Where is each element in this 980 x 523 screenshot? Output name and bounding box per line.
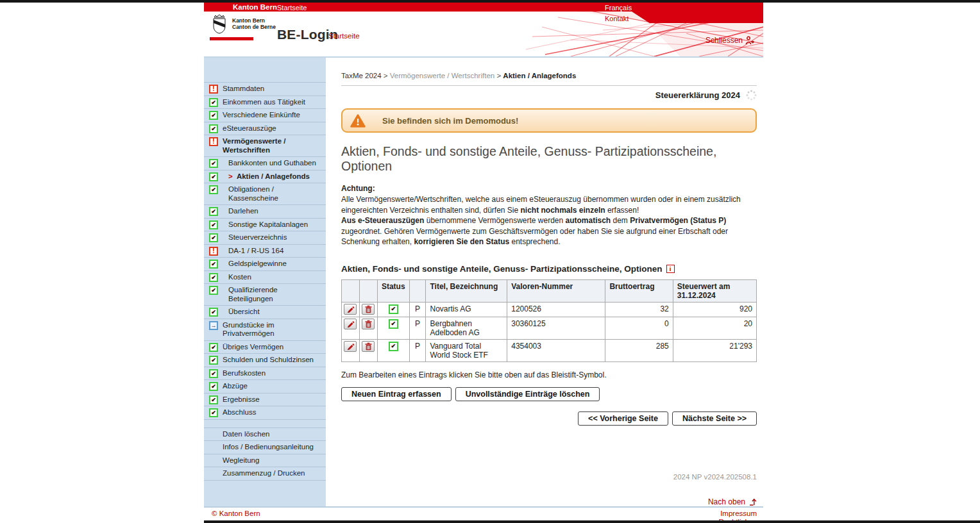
demo-banner-text: Sie befinden sich im Demomodus! [382,116,518,126]
sidebar-item-label: Zusammenzug / Drucken [223,469,305,477]
sidebar-item-übriges-vermögen[interactable]: ✔ Übriges Vermögen [204,340,326,354]
sidebar-item-esteuerauszüge[interactable]: ✔ eSteuerauszüge [204,122,326,135]
sidebar-item-kosten[interactable]: ✔ Kosten [204,270,326,284]
achtung-block: Achtung: Alle Vermögenswerte/Wertschrift… [341,184,757,247]
previous-page-button[interactable]: << Vorherige Seite [578,411,668,426]
sidebar-item-zusammenzug-drucken[interactable]: Zusammenzug / Drucken [204,467,326,480]
header-startseite-link[interactable]: Startseite [328,32,360,40]
check-icon: ✔ [209,369,218,378]
page-title: Aktien, Fonds- und sonstige Anteile, Gen… [341,144,757,174]
sidebar-item-qualifizierende-beteiligungen[interactable]: ✔ Qualifizierende Beteiligungen [204,283,326,305]
holdings-table: Status Titel, Bezeichnung Valoren-Nummer… [341,279,757,362]
delete-button[interactable] [362,341,375,352]
logo-red-underline [210,37,253,40]
impressum-link[interactable]: Impressum [719,510,757,519]
sidebar-item-stammdaten[interactable]: ! Stammdaten [204,82,326,95]
status-checkbox[interactable]: ✔ [389,342,398,351]
sidebar-item-verschiedene-einkünfte[interactable]: ✔ Verschiedene Einkünfte [204,108,326,122]
status-p-cell: P [409,317,426,339]
check-icon: ✔ [209,343,218,352]
sidebar-item-label: Obligationen / Kassenscheine [223,185,323,203]
table-header-row: Status Titel, Bezeichnung Valoren-Nummer… [342,279,757,302]
topbar-kanton-bern-link[interactable]: Kanton Bern [233,3,277,11]
sidebar-item-label: Qualifizierende Beteiligungen [223,286,323,303]
table-row: ✔ P Novartis AG 1200526 32 920 [342,302,757,317]
arrow-up-icon [748,497,757,506]
edit-button[interactable] [344,319,357,329]
check-icon: ✔ [209,395,218,404]
sidebar-item-sonstige-kapitalanlagen[interactable]: ✔ Sonstige Kapitalanlagen [204,218,326,231]
titel-cell: Vanguard Total World Stock ETF [426,339,507,361]
sidebar-item-obligationen-kassenscheine[interactable]: ✔ Obligationen / Kassenscheine [204,183,326,204]
language-francais-link[interactable]: Français [605,4,632,12]
achtung-label: Achtung: [341,184,757,193]
sidebar-item-steuerverzeichnis[interactable]: ✔ Steuerverzeichnis [204,231,326,244]
kontakt-link[interactable]: Kontakt [605,15,629,22]
sidebar-item-einkommen-aus-tätigkeit[interactable]: ✔ Einkommen aus Tätigkeit [204,95,326,109]
sidebar-item-daten-löschen[interactable]: Daten löschen [204,428,326,441]
next-page-button[interactable]: Nächste Seite >> [672,411,757,426]
sidebar-item-label: Berufskosten [223,369,266,377]
check-icon: ✔ [209,382,218,391]
sidebar-item-label: Geldspielgewinne [223,260,287,269]
logout-person-icon [745,36,754,45]
alert-icon: ! [209,247,218,256]
sidebar-bottom-nav: Daten löschen Infos / Bedienungsanleitun… [204,428,326,481]
breadcrumb-taxme[interactable]: TaxMe 2024 [341,72,382,79]
sidebar-item-da-1-r-us-164[interactable]: ! DA-1 / R-US 164 [204,244,326,258]
valoren-cell: 30360125 [507,317,605,339]
alert-icon: ! [209,85,218,94]
sidebar-item-infos-bedienungsanleitung[interactable]: Infos / Bedienungsanleitung [204,440,326,454]
sidebar-item-übersicht[interactable]: ✔ Übersicht [204,305,326,319]
spinner-icon [746,90,757,101]
sidebar-item-label: Abschluss [223,408,256,416]
sidebar-nav: ! Stammdaten ✔ Einkommen aus Tätigkeit ✔… [204,82,326,420]
sidebar-item-berufskosten[interactable]: ✔ Berufskosten [204,367,326,380]
status-checkbox[interactable]: ✔ [389,319,398,329]
schliessen-link[interactable]: Schliessen [705,36,754,45]
breadcrumb-vermoegenswerte[interactable]: Vermögenswerte / Wertschriften [390,72,494,79]
edit-button[interactable] [344,304,357,315]
col-p [409,279,426,302]
sidebar-item-schulden-und-schuldzinsen[interactable]: ✔ Schulden und Schuldzinsen [204,353,326,367]
delete-button[interactable] [362,304,375,315]
valoren-cell: 4354003 [507,339,605,361]
sidebar-item-label: eSteuerauszüge [223,124,276,132]
delete-incomplete-button[interactable]: Unvollständige Einträge löschen [455,387,600,401]
sidebar-item-geldspielgewinne[interactable]: ✔ Geldspielgewinne [204,257,326,270]
status-checkbox[interactable]: ✔ [389,304,398,314]
info-icon[interactable]: i [666,265,675,273]
sidebar-item-abzüge[interactable]: ✔ Abzüge [204,379,326,393]
status-p-cell: P [409,339,426,361]
version-text: 2024 NP v2024.202508.1 [341,473,757,481]
trash-icon [364,320,373,328]
sidebar: ! Stammdaten ✔ Einkommen aus Tätigkeit ✔… [204,58,326,506]
sidebar-item-label: Grundstücke im Privatvermögen [223,321,275,338]
check-icon: ✔ [209,286,218,295]
sidebar-item-label: Einkommen aus Tätigkeit [223,98,305,106]
check-icon: ✔ [209,172,218,181]
check-icon: ✔ [209,308,218,317]
sidebar-item-abschluss[interactable]: ✔ Abschluss [204,406,326,419]
tax-year-label: Steuererklärung 2024 [655,90,740,100]
sidebar-item-bankkonten-und-guthaben[interactable]: ✔ Bankkonten und Guthaben [204,156,326,170]
sidebar-item-ergebnisse[interactable]: ✔ Ergebnisse [204,393,326,406]
edit-button[interactable] [344,341,357,352]
nach-oben-link[interactable]: Nach oben [708,497,757,506]
topbar-startseite-link[interactable]: Startseite [277,4,307,12]
sidebar-item-wegleitung[interactable]: Wegleitung [204,454,326,467]
nach-oben-label: Nach oben [708,497,745,506]
red-wedge-decoration [632,12,763,23]
holdings-table-body: ✔ P Novartis AG 1200526 32 920 [342,302,757,361]
edit-hint-text: Zum Bearbeiten eines Eintrags klicken Si… [341,370,757,379]
section-title: Aktien, Fonds- und sonstige Anteile, Gen… [341,264,663,274]
titel-cell: Bergbahnen Adelboden AG [426,317,507,339]
sidebar-item-darlehen[interactable]: ✔ Darlehen [204,204,326,218]
sidebar-item-aktien-anlagefonds[interactable]: ✔ > Aktien / Anlagefonds [204,170,326,183]
sidebar-item-grundstücke-im-privatvermögen[interactable]: → Grundstücke im Privatvermögen [204,319,326,340]
col-edit [342,279,360,302]
delete-button[interactable] [362,319,375,329]
sidebar-item-vermögenswerte-wertschriften[interactable]: ! Vermögenswerte / Wertschriften [204,135,326,156]
col-valoren: Valoren-Nummer [507,279,605,302]
new-entry-button[interactable]: Neuen Eintrag erfassen [341,387,452,401]
